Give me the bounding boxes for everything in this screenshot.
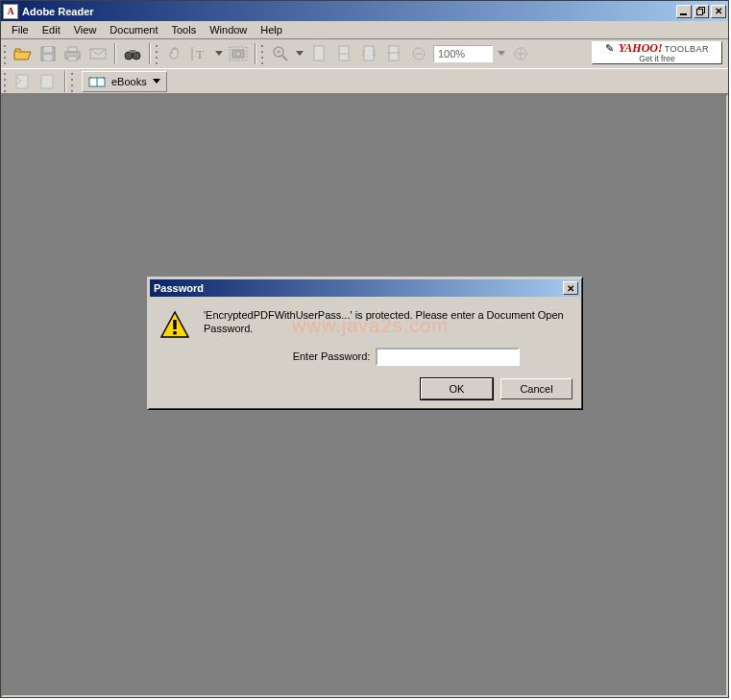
toolbar-separator bbox=[64, 71, 66, 92]
sign-button[interactable] bbox=[37, 70, 60, 93]
toolbar-separator bbox=[255, 43, 256, 64]
dialog-titlebar: Password ✕ bbox=[150, 279, 580, 297]
svg-rect-12 bbox=[130, 50, 135, 53]
yahoo-subtext: Get it free bbox=[639, 55, 674, 63]
camera-icon bbox=[229, 46, 248, 61]
toolbar-separator bbox=[149, 43, 151, 64]
close-button[interactable]: ✕ bbox=[711, 5, 726, 18]
svg-rect-37 bbox=[173, 320, 176, 329]
single-page-button[interactable] bbox=[307, 42, 330, 65]
fit-page-icon bbox=[386, 45, 402, 62]
cancel-button[interactable]: Cancel bbox=[500, 378, 573, 399]
yahoo-toolbar-ad[interactable]: ✎ YAHOO! TOOLBAR Get it free bbox=[592, 41, 722, 64]
dialog-body: www.java2s.com 'EncryptedPDFWithUserPass… bbox=[148, 299, 582, 378]
svg-point-11 bbox=[133, 52, 140, 60]
printer-icon bbox=[64, 46, 82, 61]
magnifier-icon bbox=[272, 45, 289, 62]
snapshot-button[interactable] bbox=[227, 42, 250, 65]
application-window: A Adobe Reader ✕ File Edit View Document… bbox=[0, 0, 729, 698]
password-row: Enter Password: bbox=[242, 348, 571, 366]
svg-point-10 bbox=[125, 52, 133, 60]
page-icon bbox=[312, 45, 326, 62]
toolbar-grip[interactable] bbox=[260, 43, 266, 64]
menu-help[interactable]: Help bbox=[254, 22, 289, 37]
menu-file[interactable]: File bbox=[5, 22, 36, 37]
menu-document[interactable]: Document bbox=[103, 22, 164, 37]
toolbars: T bbox=[1, 39, 728, 94]
menu-tools[interactable]: Tools bbox=[165, 22, 204, 37]
print-button[interactable] bbox=[61, 42, 85, 65]
plus-circle-icon bbox=[513, 46, 528, 61]
app-icon: A bbox=[3, 4, 18, 19]
select-text-button[interactable]: T bbox=[188, 42, 211, 65]
svg-rect-4 bbox=[44, 47, 52, 52]
window-controls: ✕ bbox=[674, 5, 726, 18]
hand-tool-button[interactable] bbox=[163, 42, 186, 65]
zoom-button[interactable] bbox=[269, 42, 292, 65]
ebooks-button[interactable]: eBooks bbox=[82, 71, 167, 92]
fit-page-button[interactable] bbox=[357, 42, 380, 65]
toolbar-main: T bbox=[1, 39, 728, 68]
page-icon bbox=[337, 45, 351, 62]
save-button[interactable] bbox=[37, 42, 60, 65]
binoculars-icon bbox=[124, 46, 141, 61]
zoom-value[interactable]: 100% bbox=[433, 45, 493, 62]
fit-page-icon bbox=[361, 45, 377, 62]
menu-view[interactable]: View bbox=[67, 22, 104, 37]
app-title: Adobe Reader bbox=[22, 6, 674, 17]
ok-button[interactable]: OK bbox=[421, 378, 493, 399]
dialog-buttons: OK Cancel bbox=[148, 378, 582, 409]
diskette-icon bbox=[40, 46, 56, 61]
svg-rect-8 bbox=[68, 57, 77, 60]
toolbar-separator bbox=[114, 43, 116, 64]
toolbar-grip[interactable] bbox=[70, 71, 76, 92]
yahoo-logo: YAHOO! bbox=[619, 42, 663, 54]
svg-rect-2 bbox=[697, 9, 703, 14]
menu-edit[interactable]: Edit bbox=[36, 22, 67, 37]
yahoo-toolbar-text: TOOLBAR bbox=[665, 45, 709, 54]
svg-rect-22 bbox=[314, 46, 324, 60]
svg-rect-0 bbox=[680, 13, 687, 15]
open-folder-icon bbox=[13, 46, 33, 61]
dialog-close-button[interactable]: ✕ bbox=[563, 281, 578, 295]
pencil-icon: ✎ bbox=[605, 43, 614, 54]
email-button[interactable] bbox=[86, 42, 110, 65]
svg-rect-25 bbox=[364, 46, 374, 60]
password-label: Enter Password: bbox=[293, 350, 371, 362]
review-button[interactable] bbox=[12, 70, 35, 93]
zoom-dropdown[interactable] bbox=[293, 45, 306, 62]
dialog-message: 'EncryptedPDFWithUserPass...' is protect… bbox=[204, 308, 571, 336]
dialog-content: 'EncryptedPDFWithUserPass...' is protect… bbox=[204, 308, 571, 366]
text-select-icon: T bbox=[190, 45, 209, 62]
hand-icon bbox=[167, 45, 183, 62]
find-button[interactable] bbox=[121, 42, 144, 65]
minimize-button[interactable] bbox=[676, 5, 692, 18]
svg-rect-34 bbox=[41, 75, 53, 88]
fit-width-button[interactable] bbox=[382, 42, 405, 65]
zoom-value-dropdown[interactable] bbox=[495, 45, 508, 62]
minus-circle-icon bbox=[411, 46, 426, 61]
toolbar-grip[interactable] bbox=[3, 43, 9, 64]
zoom-in-button[interactable] bbox=[509, 42, 532, 65]
open-button[interactable] bbox=[12, 42, 35, 65]
restore-button[interactable] bbox=[694, 5, 709, 18]
toolbar-grip[interactable] bbox=[155, 43, 160, 64]
svg-rect-33 bbox=[16, 75, 28, 88]
zoom-out-button[interactable] bbox=[407, 42, 430, 65]
svg-point-17 bbox=[236, 52, 241, 57]
svg-rect-5 bbox=[44, 55, 52, 60]
toolbar-grip[interactable] bbox=[3, 71, 9, 92]
password-dialog: Password ✕ www.java2s.com 'EncryptedPDFW… bbox=[147, 277, 583, 410]
menubar: File Edit View Document Tools Window Hel… bbox=[1, 21, 728, 39]
continuous-page-button[interactable] bbox=[332, 42, 355, 65]
svg-rect-38 bbox=[173, 331, 176, 334]
select-tool-dropdown[interactable] bbox=[212, 45, 226, 62]
password-input[interactable] bbox=[376, 348, 520, 366]
svg-rect-6 bbox=[68, 47, 77, 52]
ebook-icon bbox=[88, 75, 106, 88]
chevron-down-icon bbox=[153, 79, 160, 84]
titlebar: A Adobe Reader ✕ bbox=[1, 1, 728, 21]
svg-line-19 bbox=[282, 56, 287, 60]
page-icon bbox=[39, 74, 57, 89]
menu-window[interactable]: Window bbox=[203, 22, 254, 37]
